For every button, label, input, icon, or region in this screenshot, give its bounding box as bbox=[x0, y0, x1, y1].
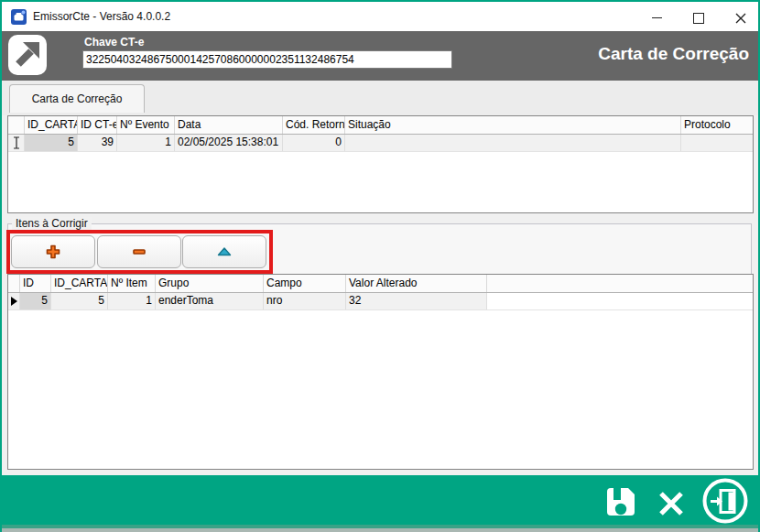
save-button[interactable] bbox=[603, 483, 639, 520]
window-bottom-edge bbox=[0, 528, 760, 532]
grid-cell[interactable]: 39 bbox=[78, 135, 117, 151]
header-cell: ID bbox=[20, 275, 51, 292]
maximize-button[interactable] bbox=[678, 4, 720, 32]
tab-carta-de-correcao[interactable]: Carta de Correção bbox=[9, 84, 145, 113]
exit-button[interactable] bbox=[701, 477, 749, 525]
row-indicator-cell bbox=[8, 135, 25, 151]
close-icon bbox=[735, 13, 746, 24]
i-beam-cursor-icon bbox=[13, 136, 20, 149]
grid-cell[interactable]: 1 bbox=[117, 135, 175, 151]
header-cell: Nº Evento bbox=[117, 116, 175, 134]
triangle-up-icon bbox=[216, 244, 233, 260]
grid-cell[interactable] bbox=[681, 135, 753, 151]
row-indicator-cell bbox=[8, 293, 20, 309]
add-item-button[interactable] bbox=[11, 235, 95, 268]
remove-item-button[interactable] bbox=[97, 235, 181, 268]
minimize-button[interactable] bbox=[635, 4, 678, 32]
header-cell: ID_CARTA bbox=[51, 275, 108, 292]
logo-arrow-up-right-icon bbox=[7, 34, 48, 76]
cancel-x-icon bbox=[656, 488, 687, 519]
grid-cell[interactable]: nro bbox=[264, 293, 346, 309]
header-cell: Data bbox=[175, 116, 283, 134]
indicator-header-cell bbox=[8, 116, 25, 134]
cancel-button[interactable] bbox=[656, 488, 687, 519]
row-filler bbox=[487, 293, 753, 309]
header-cell: Situação bbox=[345, 116, 681, 134]
footer-bar bbox=[2, 475, 758, 525]
cartas-grid-header: ID_CARTA ID CT-e Nº Evento Data Cód. Ret… bbox=[8, 116, 753, 135]
header-cell: Nº Item bbox=[108, 275, 156, 292]
maximize-icon bbox=[693, 13, 704, 24]
window-title: EmissorCte - Versão 4.0.0.2 bbox=[33, 10, 170, 23]
app-icon bbox=[11, 9, 27, 25]
cartas-grid-row[interactable]: 5 39 1 02/05/2025 15:38:01 0 bbox=[8, 135, 753, 152]
itens-grid-row[interactable]: 5 5 1 enderToma nro 32 bbox=[8, 293, 753, 310]
itens-a-corrigir-label: Itens à Corrigir bbox=[12, 217, 92, 230]
minimize-icon bbox=[652, 17, 662, 18]
header-cell: Cód. Retorno bbox=[283, 116, 345, 134]
indicator-header-cell bbox=[8, 275, 20, 292]
header-cell: Campo bbox=[264, 275, 346, 292]
grid-cell[interactable]: 1 bbox=[108, 293, 156, 309]
title-bar: EmissorCte - Versão 4.0.0.2 bbox=[2, 2, 758, 31]
grid-cell[interactable]: enderToma bbox=[156, 293, 264, 309]
header-filler bbox=[487, 275, 753, 292]
minus-icon bbox=[131, 244, 147, 260]
grid-cell[interactable]: 0 bbox=[283, 135, 345, 151]
grid-cell[interactable]: 5 bbox=[20, 293, 51, 309]
header-cell: Protocolo bbox=[681, 116, 753, 134]
grid-cell[interactable]: 5 bbox=[25, 135, 78, 151]
chave-cte-label: Chave CT-e bbox=[84, 36, 144, 49]
itens-grid-header: ID ID_CARTA Nº Item Grupo Campo Valor Al… bbox=[8, 275, 753, 293]
row-indicator-arrow-icon bbox=[11, 297, 17, 306]
exit-door-icon bbox=[701, 477, 749, 525]
app-window: EmissorCte - Versão 4.0.0.2 Chave CT-e C… bbox=[0, 0, 760, 532]
header-cell: Grupo bbox=[156, 275, 264, 292]
tab-label: Carta de Correção bbox=[32, 92, 123, 105]
header-cell: ID CT-e bbox=[78, 116, 117, 134]
move-up-button[interactable] bbox=[182, 235, 266, 268]
header-cell: Valor Alterado bbox=[346, 275, 487, 292]
grid-cell[interactable] bbox=[345, 135, 681, 151]
close-button[interactable] bbox=[720, 4, 760, 32]
save-floppy-icon bbox=[603, 483, 639, 520]
grid-cell[interactable]: 02/05/2025 15:38:01 bbox=[175, 135, 283, 151]
header-cell: ID_CARTA bbox=[25, 116, 78, 134]
grid-cell[interactable]: 5 bbox=[51, 293, 108, 309]
grid-cell[interactable]: 32 bbox=[346, 293, 487, 309]
plus-icon bbox=[45, 244, 61, 260]
page-title: Carta de Correção bbox=[598, 44, 749, 64]
chave-cte-input[interactable] bbox=[82, 50, 452, 69]
cartas-grid[interactable]: ID_CARTA ID CT-e Nº Evento Data Cód. Ret… bbox=[7, 115, 754, 213]
itens-grid[interactable]: ID ID_CARTA Nº Item Grupo Campo Valor Al… bbox=[7, 274, 754, 470]
